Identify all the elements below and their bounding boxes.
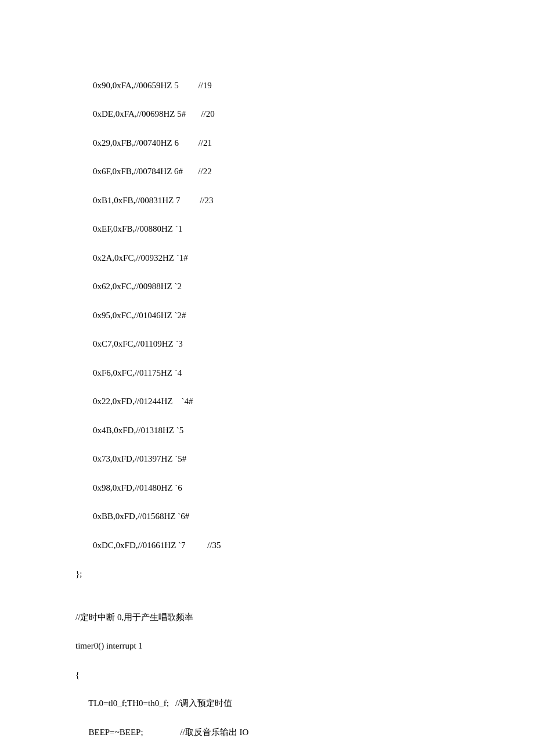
code-line: 0xBB,0xFD,//01568HZ `6# <box>75 509 470 524</box>
code-line: 0x22,0xFD,//01244HZ `4# <box>75 394 470 409</box>
code-line: 0xC7,0xFC,//01109HZ `3 <box>75 337 470 351</box>
code-line: { <box>75 668 470 682</box>
document-page: 0x90,0xFA,//00659HZ 5 //19 0xDE,0xFA,//0… <box>0 0 534 756</box>
code-line: 0xB1,0xFB,//00831HZ 7 //23 <box>75 193 470 208</box>
code-line: 0x2A,0xFC,//00932HZ `1# <box>75 251 470 265</box>
code-line: timer0() interrupt 1 <box>75 639 470 653</box>
code-line: TL0=tl0_f;TH0=th0_f; //调入预定时值 <box>75 696 470 711</box>
code-line: 0x95,0xFC,//01046HZ `2# <box>75 308 470 323</box>
code-line: 0xDE,0xFA,//00698HZ 5# //20 <box>75 107 470 121</box>
code-line: 0x29,0xFB,//00740HZ 6 //21 <box>75 136 470 150</box>
code-line: BEEP=~BEEP; //取反音乐输出 IO <box>75 725 470 740</box>
code-line: 0xF6,0xFC,//01175HZ `4 <box>75 366 470 380</box>
code-line: 0x62,0xFC,//00988HZ `2 <box>75 279 470 294</box>
code-line: 0x98,0xFD,//01480HZ `6 <box>75 481 470 495</box>
code-line: }; <box>75 567 470 581</box>
code-line: 0x4B,0xFD,//01318HZ `5 <box>75 423 470 438</box>
code-line: 0x73,0xFD,//01397HZ `5# <box>75 452 470 466</box>
code-line: 0xEF,0xFB,//00880HZ `1 <box>75 222 470 236</box>
code-line: //定时中断 0,用于产生唱歌频率 <box>75 610 470 625</box>
code-line: P2=~P2; <box>75 754 470 756</box>
code-line: 0xDC,0xFD,//01661HZ `7 //35 <box>75 538 470 553</box>
code-line: 0x90,0xFA,//00659HZ 5 //19 <box>75 78 470 93</box>
code-line: 0x6F,0xFB,//00784HZ 6# //22 <box>75 164 470 179</box>
